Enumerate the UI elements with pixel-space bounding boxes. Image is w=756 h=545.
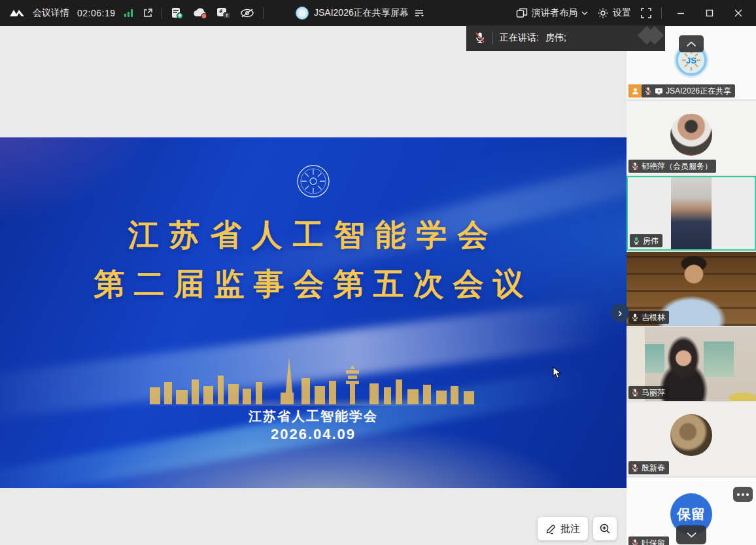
participant-name: 吉根林 [642,312,665,323]
participant-tile-maliping[interactable]: 马丽萍 [627,327,756,401]
annotate-toolbar: 批注 [538,517,617,540]
collapse-sidebar-up-button[interactable] [679,35,704,52]
toast-divider [492,31,493,44]
participant-photo-avatar [670,414,712,456]
svg-text:JS: JS [686,56,696,65]
titlebar: 会议详情 02:06:19 T JSA [0,0,756,26]
participant-tile-yinxinchun[interactable]: 殷新春 [627,402,756,476]
next-slide-arrow-button[interactable]: › [611,304,629,322]
participant-label: 郁艳萍（会员服务） [628,160,716,173]
host-badge-icon [628,84,642,97]
zoom-in-button[interactable] [593,517,617,540]
app-logo-icon [9,8,25,18]
close-button[interactable] [729,9,748,17]
participant-name: 殷新春 [642,463,665,473]
city-skyline-graphic [130,353,496,408]
meeting-window: 会议详情 02:06:19 T JSA [0,0,756,545]
recording-status-icon[interactable] [170,7,184,20]
shared-screen-stage: 江苏省人工智能学会 第二届监事会第五次会议 江苏省人工智能学会 2026.04 [0,26,627,545]
titlebar-divider [162,7,162,19]
settings-button[interactable]: 设置 [597,7,631,19]
speaking-toast: 正在讲话: 房伟; [466,25,665,51]
participant-label: JSAI2026正在共享 [628,84,735,97]
participant-photo-avatar [670,114,712,156]
mic-muted-icon [631,388,639,397]
meeting-timer: 02:06:19 [77,8,116,18]
minimize-button[interactable] [671,9,691,17]
mic-muted-icon [631,538,639,545]
screen-share-icon [655,88,663,95]
watermark-logo-icon [645,29,661,44]
pop-out-icon[interactable] [142,7,154,19]
speaking-names: 房伟; [545,32,566,44]
magnifier-plus-icon [599,523,611,535]
slide-title-line1: 江苏省人工智能学会 [0,215,627,256]
mic-muted-icon [474,31,486,44]
mic-muted-icon [644,86,652,96]
slide-footer-date: 2026.04.09 [0,426,627,443]
participant-tile-fangwei-active-speaker[interactable]: 房伟 [627,176,756,251]
speaking-label: 正在讲话: [500,32,539,44]
slide-footer-org: 江苏省人工智能学会 [0,408,627,425]
maximize-button[interactable] [700,9,719,17]
participant-name: 马丽萍 [642,387,665,398]
titlebar-divider [263,7,264,19]
participant-name: 房伟 [643,236,659,246]
association-emblem-icon [296,164,331,202]
interpretation-icon[interactable]: T [216,7,232,20]
tile-more-options-button[interactable] [733,487,753,502]
mic-speaking-icon [632,236,640,245]
participant-label: 马丽萍 [628,386,669,399]
participant-label: 吉根林 [628,311,669,324]
participant-tile-yuyanping[interactable]: 郁艳萍（会员服务） [627,101,756,175]
participant-label: 房伟 [630,234,662,247]
participant-name: JSAI2026正在共享 [666,86,731,96]
network-signal-icon[interactable] [124,9,134,18]
presentation-slide: 江苏省人工智能学会 第二届监事会第五次会议 江苏省人工智能学会 2026.04 [0,137,627,488]
svg-text:T: T [225,13,228,18]
mouse-cursor [553,366,562,382]
hide-view-icon[interactable] [239,7,255,19]
participant-name: 郁艳萍（会员服务） [642,161,712,171]
participant-label: 殷新春 [628,461,669,474]
participant-video [671,177,712,249]
participant-sidebar: JS JSAI2026正在共享 [627,26,756,545]
cloud-status-icon[interactable] [192,7,208,20]
titlebar-divider [661,7,662,19]
sharing-status-text: JSAI2026正在共享屏幕 [314,7,409,19]
scroll-participants-down-button[interactable] [676,525,706,544]
sharing-options-icon[interactable] [414,9,424,18]
participant-label: 叶保留 [628,536,669,545]
mic-muted-icon [631,463,639,472]
fullscreen-icon[interactable] [640,7,652,19]
participant-tile-jigenlin[interactable]: 吉根林 [627,252,756,326]
pen-icon [545,523,557,535]
sharer-avatar [296,7,309,20]
layout-button[interactable]: 演讲者布局 [516,7,588,19]
mic-muted-icon [631,162,639,171]
annotate-button[interactable]: 批注 [538,517,588,540]
participant-name: 叶保留 [642,538,665,545]
slide-title-line2: 第二届监事会第五次会议 [0,264,627,305]
meeting-details-button[interactable]: 会议详情 [33,7,69,19]
mic-on-icon [631,313,639,322]
